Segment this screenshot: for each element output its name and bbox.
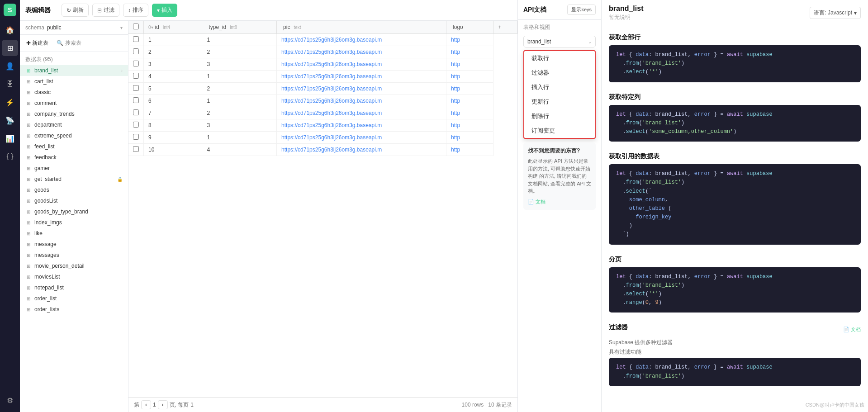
table-item-moviesList[interactable]: ⊞moviesList [20, 271, 128, 282]
data-table-wrapper[interactable]: 0▾idint4type_idint8pictextlogo+ 11https:… [128, 21, 517, 397]
sidebar-reports[interactable]: 📊 [2, 130, 18, 147]
row-checkbox[interactable] [128, 95, 144, 107]
table-row[interactable]: 41https://cd71ps25g6h3ij26om3g.baseapi.m… [128, 71, 517, 83]
table-row[interactable]: 33https://cd71ps25g6h3ij26om3g.baseapi.m… [128, 58, 517, 71]
col-checkbox[interactable] [128, 21, 144, 34]
table-row[interactable]: 104https://cd71ps25g6h3ij26om3g.baseapi.… [128, 144, 517, 156]
table-row[interactable]: 72https://cd71ps25g6h3ij26om3g.baseapi.m… [128, 107, 517, 119]
cell-logo: http [446, 119, 493, 132]
col-header-type_id[interactable]: type_idint8 [202, 21, 277, 34]
row-checkbox[interactable] [128, 144, 144, 156]
table-row[interactable]: 52https://cd71ps25g6h3ij26om3g.baseapi.m… [128, 83, 517, 95]
table-item-goodsList[interactable]: ⊞goodsList [20, 195, 128, 206]
table-item-get_started[interactable]: ⊞get_started🔒 [20, 174, 128, 185]
code-body[interactable]: 获取全部行 let { data: brand_list, error } = … [602, 26, 868, 412]
table-row[interactable]: 91https://cd71ps25g6h3ij26om3g.baseapi.m… [128, 132, 517, 144]
cell-pic: https://cd71ps25g6h3ij26om3g.baseapi.m [277, 107, 446, 119]
table-row[interactable]: 11https://cd71ps25g6h3ij26om3g.baseapi.m… [128, 34, 517, 46]
table-item-brand_list[interactable]: ⊞brand_list› [20, 65, 128, 76]
table-item-notepad_list[interactable]: ⊞notepad_list [20, 282, 128, 293]
code-section-get-specific: 获取特定列 let { data: brand_list, error } = … [609, 93, 861, 142]
table-name-label: cart_list [34, 78, 123, 85]
table-item-department[interactable]: ⊞department [20, 119, 128, 130]
show-keys-button[interactable]: 显示keys [567, 5, 596, 15]
table-item-feed_list[interactable]: ⊞feed_list [20, 141, 128, 152]
cell-logo: http [446, 34, 493, 46]
row-checkbox[interactable] [128, 34, 144, 46]
new-table-button[interactable]: ✚ 新建表 [24, 38, 51, 49]
col-header-pic[interactable]: pictext [277, 21, 446, 34]
row-checkbox[interactable] [128, 71, 144, 83]
table-item-company_trends[interactable]: ⊞company_trends [20, 109, 128, 119]
table-item-order_list[interactable]: ⊞order_list [20, 293, 128, 304]
add-column-button[interactable]: + [493, 21, 517, 34]
code-section-get-ref: 获取引用的数据表 let { data: brand_list, error }… [609, 152, 861, 245]
table-row[interactable]: 22https://cd71ps25g6h3ij26om3g.baseapi.m… [128, 46, 517, 58]
cell-id: 8 [144, 119, 202, 132]
table-chevron-icon: › [121, 68, 123, 73]
table-item-goods_by_type_brand[interactable]: ⊞goods_by_type_brand [20, 206, 128, 217]
cell-pic: https://cd71ps25g6h3ij26om3g.baseapi.m [277, 132, 446, 144]
table-name-label: notepad_list [34, 284, 123, 291]
table-item-order_lists[interactable]: ⊞order_lists [20, 304, 128, 315]
row-checkbox[interactable] [128, 107, 144, 119]
sidebar-table[interactable]: ⊞ [2, 40, 18, 56]
row-checkbox[interactable] [128, 119, 144, 132]
table-item-cart_list[interactable]: ⊞cart_list [20, 76, 128, 87]
sidebar-storage[interactable]: 🗄 [2, 76, 18, 92]
table-item-like[interactable]: ⊞like [20, 228, 128, 239]
col-header-logo[interactable]: logo [446, 21, 493, 34]
table-item-gamer[interactable]: ⊞gamer [20, 163, 128, 174]
table-item-messages[interactable]: ⊞messages [20, 250, 128, 260]
cell-id: 3 [144, 58, 202, 71]
col-header-id[interactable]: 0▾idint4 [144, 21, 202, 34]
table-item-comment[interactable]: ⊞comment [20, 98, 128, 109]
row-checkbox[interactable] [128, 83, 144, 95]
table-grid-icon: ⊞ [25, 208, 32, 215]
row-checkbox[interactable] [128, 132, 144, 144]
table-item-extreme_speed[interactable]: ⊞extreme_speed [20, 130, 128, 141]
sidebar-realtime[interactable]: 📡 [2, 112, 18, 128]
sidebar-auth[interactable]: 👤 [2, 58, 18, 74]
filter-button[interactable]: ⊟ 过滤 [92, 4, 119, 17]
prev-page-button[interactable]: ‹ [141, 400, 151, 409]
api-docs-link[interactable]: 📄 文档 [528, 199, 591, 205]
api-menu-insert[interactable]: 插入行 [524, 80, 595, 95]
table-item-classic[interactable]: ⊞classic [20, 87, 128, 98]
api-menu-filter[interactable]: 过滤器 [524, 66, 595, 80]
table-item-movie_person_detail[interactable]: ⊞movie_person_detail [20, 260, 128, 271]
api-menu-get-rows[interactable]: 获取行 [524, 51, 595, 66]
table-item-message[interactable]: ⊞message [20, 239, 128, 250]
table-grid-icon: ⊞ [25, 274, 32, 280]
schema-chevron[interactable]: ▾ [120, 25, 123, 30]
insert-button[interactable]: ▾ 插入 [152, 4, 177, 17]
search-table-button[interactable]: 🔍 搜索表 [54, 38, 84, 49]
table-grid-icon: ⊞ [25, 219, 32, 226]
sidebar-functions[interactable]: ⚡ [2, 94, 18, 110]
filter-docs-link[interactable]: 📄 文档 [843, 326, 861, 333]
schema-label: schema [25, 24, 44, 31]
table-item-feedback[interactable]: ⊞feedback [20, 152, 128, 163]
table-row[interactable]: 61https://cd71ps25g6h3ij26om3g.baseapi.m… [128, 95, 517, 107]
refresh-button[interactable]: ↻ 刷新 [62, 4, 89, 17]
language-selector[interactable]: 语言: Javascript ▾ [810, 7, 861, 19]
row-checkbox[interactable] [128, 46, 144, 58]
table-item-goods[interactable]: ⊞goods [20, 185, 128, 195]
api-menu-delete[interactable]: 删除行 [524, 109, 595, 123]
sort-button[interactable]: ↕ 排序 [123, 4, 148, 17]
table-item-index_imgs[interactable]: ⊞index_imgs [20, 217, 128, 228]
api-menu-update[interactable]: 更新行 [524, 95, 595, 109]
nav-actions: ✚ 新建表 🔍 搜索表 [20, 35, 128, 52]
sidebar-api[interactable]: { } [2, 148, 18, 165]
sidebar-home[interactable]: 🏠 [2, 22, 18, 38]
row-checkbox[interactable] [128, 58, 144, 71]
sidebar-settings[interactable]: ⚙ [2, 392, 18, 408]
api-title: API文档 [523, 6, 546, 14]
next-page-button[interactable]: › [158, 400, 168, 409]
table-row[interactable]: 83https://cd71ps25g6h3ij26om3g.baseapi.m… [128, 119, 517, 132]
api-table-selector[interactable]: brand_list ⌄ [523, 36, 596, 47]
app-logo[interactable]: S [4, 4, 16, 16]
code-block-get-specific: let { data: brand_list, error } = await … [609, 105, 861, 142]
api-menu-subscribe[interactable]: 订阅变更 [524, 123, 595, 138]
code-header: brand_list 暂无说明 语言: Javascript ▾ [602, 0, 868, 26]
